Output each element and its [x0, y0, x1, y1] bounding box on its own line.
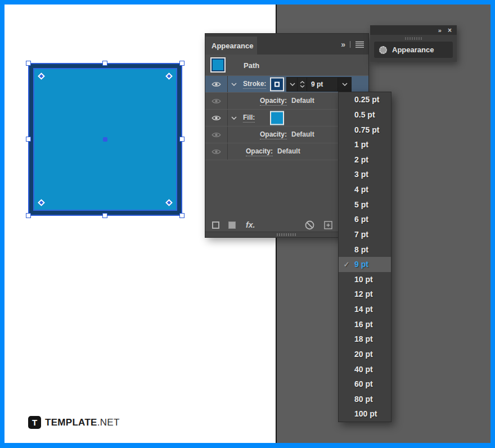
- stroke-swatch-dropdown-icon[interactable]: [286, 77, 298, 92]
- visibility-eye-icon[interactable]: [212, 148, 221, 155]
- stroke-weight-option[interactable]: 4 pt: [339, 182, 391, 197]
- visibility-eye-icon[interactable]: [212, 81, 221, 88]
- stroke-color-swatch[interactable]: [270, 77, 284, 91]
- selection-handle-top-right[interactable]: [179, 61, 184, 66]
- chevron-down-icon[interactable]: [231, 116, 237, 120]
- dock-body: Appearance: [370, 35, 457, 62]
- appearance-panel-header: Appearance »: [205, 34, 368, 55]
- selection-handle-bottom-middle[interactable]: [102, 213, 107, 218]
- visibility-eye-icon[interactable]: [212, 115, 221, 121]
- selection-handle-top-left[interactable]: [26, 61, 31, 66]
- stroke-weight-option-label: 3 pt: [354, 170, 368, 179]
- stroke-weight-option-label: 8 pt: [354, 245, 368, 254]
- stroke-weight-option[interactable]: 3 pt: [339, 167, 391, 182]
- stroke-weight-option[interactable]: 14 pt: [339, 302, 391, 317]
- stroke-weight-option[interactable]: 1 pt: [339, 137, 391, 152]
- selection-handle-middle-left[interactable]: [26, 137, 31, 142]
- stroke-weight-option-label: 60 pt: [354, 379, 373, 388]
- path-label: Path: [244, 61, 259, 69]
- stroke-weight-option[interactable]: 2 pt: [339, 152, 391, 168]
- stroke-weight-option[interactable]: 6 pt: [339, 212, 391, 227]
- stroke-weight-option-label: 20 pt: [354, 350, 373, 359]
- opacity-link[interactable]: Opacity:: [260, 97, 287, 106]
- stroke-weight-option[interactable]: 80 pt: [339, 392, 391, 407]
- duplicate-item-icon[interactable]: [324, 221, 332, 229]
- stroke-weight-option-label: 10 pt: [354, 275, 373, 284]
- stroke-weight-option-label: 12 pt: [354, 289, 373, 298]
- chevron-down-icon[interactable]: [231, 83, 237, 86]
- opacity-value: Default: [277, 147, 300, 155]
- selected-rectangle[interactable]: [28, 63, 182, 216]
- expand-panels-icon[interactable]: »: [438, 27, 441, 34]
- stroke-weight-option[interactable]: 100 pt: [339, 406, 391, 422]
- stroke-weight-option-label: 9 pt: [354, 260, 368, 269]
- stroke-weight-option-label: 16 pt: [354, 320, 373, 329]
- stroke-weight-option-label: 18 pt: [354, 334, 373, 343]
- selection-handle-bottom-left[interactable]: [26, 213, 31, 218]
- appearance-button-label: Appearance: [392, 46, 434, 54]
- stroke-weight-stepper[interactable]: [298, 78, 307, 91]
- checkmark-icon: ✓: [342, 260, 351, 269]
- stroke-weight-option[interactable]: 60 pt: [339, 377, 391, 392]
- selection-handle-middle-right[interactable]: [179, 137, 184, 142]
- opacity-value: Default: [291, 130, 314, 138]
- illustrator-workspace: T TEMPLATE.NET Appearance » Path Stroke:: [0, 0, 495, 448]
- stroke-weight-option-label: 1 pt: [354, 140, 368, 149]
- stroke-weight-option[interactable]: 10 pt: [339, 272, 391, 287]
- appearance-row-stroke[interactable]: Stroke: 9 pt: [205, 76, 368, 93]
- opacity-link[interactable]: Opacity:: [246, 147, 273, 156]
- stroke-weight-option-label: 4 pt: [354, 185, 368, 194]
- panel-menu-icon[interactable]: [350, 41, 364, 48]
- stroke-weight-option[interactable]: 16 pt: [339, 316, 391, 332]
- stroke-weight-option-label: 100 pt: [354, 409, 377, 418]
- opacity-value: Default: [291, 97, 314, 105]
- stroke-weight-option[interactable]: 7 pt: [339, 227, 391, 242]
- stroke-weight-option-label: 5 pt: [354, 200, 368, 209]
- stroke-weight-option[interactable]: ✓9 pt: [339, 257, 391, 272]
- stroke-weight-option[interactable]: 0.75 pt: [339, 122, 391, 137]
- collapsed-panel-dock: » × Appearance: [370, 25, 457, 62]
- stroke-weight-option[interactable]: 0.5 pt: [339, 107, 391, 123]
- stroke-weight-value[interactable]: 9 pt: [307, 78, 338, 91]
- appearance-panel-button[interactable]: Appearance: [374, 42, 453, 58]
- stroke-weight-option[interactable]: 40 pt: [339, 361, 391, 377]
- collapse-to-icons-icon[interactable]: »: [341, 40, 345, 49]
- template-net-watermark: T TEMPLATE.NET: [28, 416, 120, 429]
- stroke-weight-option[interactable]: 8 pt: [339, 242, 391, 257]
- stroke-weight-option-label: 7 pt: [354, 230, 368, 239]
- tab-appearance[interactable]: Appearance: [205, 37, 257, 55]
- stroke-weight-option[interactable]: 18 pt: [339, 332, 391, 347]
- add-new-effect-icon[interactable]: fx.: [246, 220, 255, 229]
- fill-color-swatch[interactable]: [270, 111, 284, 125]
- appearance-row-path[interactable]: Path: [205, 55, 368, 76]
- stroke-weight-option-label: 0.5 pt: [354, 110, 375, 119]
- opacity-link[interactable]: Opacity:: [260, 130, 287, 139]
- selection-handle-bottom-right[interactable]: [179, 213, 184, 218]
- stroke-weight-option-label: 80 pt: [354, 395, 373, 404]
- dock-drag-grip[interactable]: [405, 37, 422, 40]
- stroke-weight-dropdown: 0.25 pt0.5 pt0.75 pt1 pt2 pt3 pt4 pt5 pt…: [338, 92, 392, 422]
- close-icon[interactable]: ×: [448, 27, 452, 34]
- template-logo-icon: T: [28, 416, 41, 429]
- stroke-weight-option[interactable]: 12 pt: [339, 287, 391, 302]
- stroke-weight-option-label: 0.75 pt: [354, 125, 379, 134]
- stroke-weight-dropdown-button[interactable]: [338, 78, 351, 91]
- add-new-fill-icon[interactable]: [228, 221, 236, 229]
- fill-label[interactable]: Fill:: [243, 114, 255, 123]
- add-new-stroke-icon[interactable]: [212, 221, 219, 229]
- clear-appearance-icon[interactable]: [305, 220, 314, 230]
- center-point[interactable]: [103, 137, 107, 142]
- stroke-weight-option[interactable]: 0.25 pt: [339, 92, 391, 107]
- stroke-weight-option[interactable]: 5 pt: [339, 197, 391, 212]
- visibility-eye-icon[interactable]: [212, 98, 221, 105]
- stroke-label[interactable]: Stroke:: [243, 80, 266, 89]
- stroke-weight-option-label: 6 pt: [354, 215, 368, 224]
- path-thumbnail: [210, 57, 226, 73]
- stroke-weight-option-label: 40 pt: [354, 365, 373, 374]
- selection-handle-top-middle[interactable]: [102, 61, 107, 66]
- dock-title-bar: » ×: [370, 25, 457, 35]
- stroke-weight-option-label: 14 pt: [354, 305, 373, 314]
- stroke-weight-option[interactable]: 20 pt: [339, 347, 391, 362]
- visibility-eye-icon[interactable]: [212, 132, 221, 138]
- watermark-suffix: .NET: [97, 417, 120, 428]
